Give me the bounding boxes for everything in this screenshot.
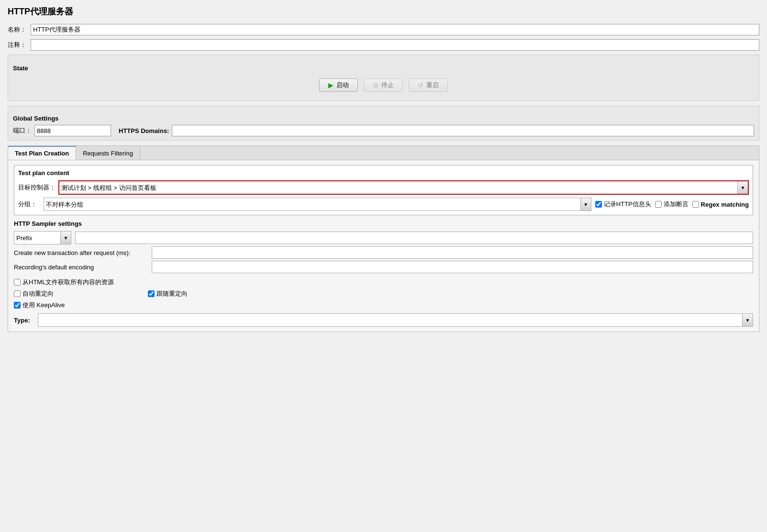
restart-icon: ↺ (418, 81, 423, 89)
regex-matching-checkbox[interactable] (692, 201, 699, 208)
type-select[interactable] (38, 314, 753, 326)
auto-redirect-checkbox[interactable] (14, 290, 21, 297)
https-domains-input[interactable] (172, 125, 754, 136)
comment-label: 注释： (8, 41, 28, 49)
port-label: 端口： (13, 126, 32, 135)
stop-label: 停止 (381, 81, 394, 89)
comment-input[interactable] (31, 39, 759, 51)
name-input[interactable] (31, 24, 759, 35)
prefix-select[interactable]: Prefix (14, 232, 71, 244)
state-title: State (13, 65, 754, 72)
add-assert-checkbox[interactable] (655, 201, 662, 208)
play-icon: ▶ (328, 81, 333, 89)
page-title: HTTP代理服务器 (8, 6, 759, 17)
port-input[interactable] (34, 125, 111, 136)
test-plan-content-title: Test plan content (18, 169, 749, 177)
https-label: HTTPS Domains: (119, 127, 169, 134)
follow-redirect-checkbox[interactable] (148, 290, 155, 297)
create-transaction-label: Create new transaction after request (ms… (14, 249, 148, 256)
group-label: 分组： (18, 200, 37, 209)
stop-icon: ⊘ (373, 81, 378, 89)
auto-redirect-label: 自动重定向 (22, 289, 54, 298)
stop-button[interactable]: ⊘ 停止 (364, 78, 403, 92)
start-button[interactable]: ▶ 启动 (319, 78, 358, 92)
target-controller-select[interactable]: 测试计划 > 线程组 > 访问首页看板 (59, 181, 748, 194)
create-transaction-input[interactable] (152, 246, 753, 259)
follow-redirect-label: 跟随重定向 (156, 289, 188, 298)
html-resources-checkbox[interactable] (14, 279, 21, 286)
http-sampler-title: HTTP Sampler settings (14, 220, 753, 227)
restart-button[interactable]: ↺ 重启 (409, 78, 448, 92)
record-http-label: 记录HTTP信息头 (604, 200, 651, 209)
keepalive-checkbox[interactable] (14, 302, 21, 309)
target-controller-label: 目标控制器： (18, 183, 56, 192)
regex-matching-label: Regex matching (701, 201, 749, 208)
html-resources-label: 从HTML文件获取所有内容的资源 (22, 278, 114, 287)
recording-encoding-input[interactable] (152, 261, 753, 273)
type-label: Type: (14, 317, 38, 324)
global-settings-title: Global Settings (13, 115, 754, 122)
group-select[interactable]: 不对样本分组 (44, 198, 591, 211)
recording-encoding-label: Recording's default encoding (14, 264, 148, 271)
keepalive-label: 使用 KeepAlive (22, 301, 65, 310)
name-label: 名称： (8, 25, 28, 34)
restart-label: 重启 (426, 81, 439, 89)
prefix-value-input[interactable] (75, 232, 753, 244)
record-http-checkbox[interactable] (595, 201, 602, 208)
tab-requests-filtering[interactable]: Requests Filtering (76, 146, 140, 160)
add-assert-label: 添加断言 (664, 200, 689, 209)
tab-test-plan-creation[interactable]: Test Plan Creation (8, 146, 76, 160)
start-label: 启动 (336, 81, 349, 89)
